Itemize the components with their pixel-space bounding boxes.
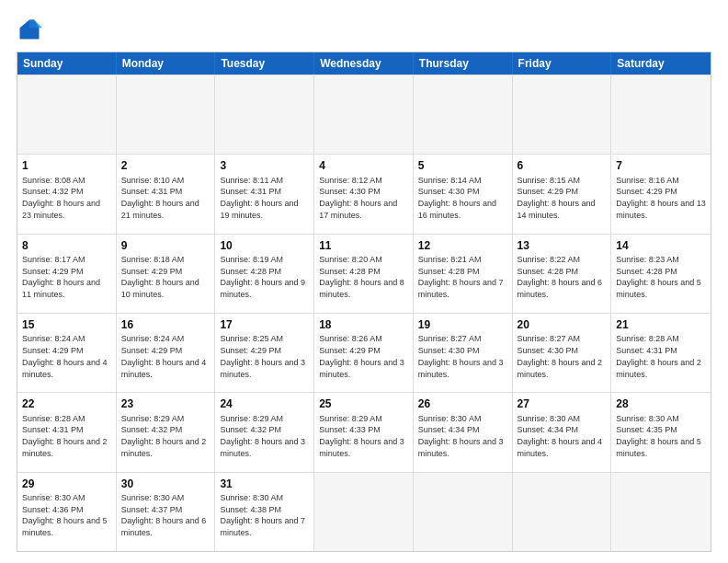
logo bbox=[17, 17, 46, 42]
sunrise-info: Sunrise: 8:15 AMSunset: 4:29 PMDaylight:… bbox=[518, 176, 596, 220]
calendar-cell: 19 Sunrise: 8:27 AMSunset: 4:30 PMDaylig… bbox=[414, 314, 513, 392]
day-number: 10 bbox=[220, 238, 309, 253]
sunrise-info: Sunrise: 8:30 AMSunset: 4:38 PMDaylight:… bbox=[220, 493, 305, 537]
calendar-cell: 8 Sunrise: 8:17 AMSunset: 4:29 PMDayligh… bbox=[17, 235, 117, 313]
day-number: 28 bbox=[616, 396, 706, 411]
calendar-cell: 13 Sunrise: 8:22 AMSunset: 4:28 PMDaylig… bbox=[513, 235, 612, 313]
day-number: 19 bbox=[418, 317, 507, 332]
header-day-tuesday: Tuesday bbox=[215, 52, 314, 75]
sunrise-info: Sunrise: 8:27 AMSunset: 4:30 PMDaylight:… bbox=[518, 334, 603, 378]
calendar-row-3: 15 Sunrise: 8:24 AMSunset: 4:29 PMDaylig… bbox=[17, 313, 711, 392]
calendar-cell: 16 Sunrise: 8:24 AMSunset: 4:29 PMDaylig… bbox=[117, 314, 216, 392]
calendar-cell bbox=[414, 75, 513, 154]
calendar-cell: 18 Sunrise: 8:26 AMSunset: 4:29 PMDaylig… bbox=[314, 314, 414, 392]
calendar-cell bbox=[414, 473, 513, 551]
day-number: 24 bbox=[220, 396, 309, 411]
calendar-cell bbox=[314, 75, 414, 154]
calendar-cell: 2 Sunrise: 8:10 AMSunset: 4:31 PMDayligh… bbox=[117, 155, 216, 233]
sunrise-info: Sunrise: 8:23 AMSunset: 4:28 PMDaylight:… bbox=[616, 255, 701, 299]
sunrise-info: Sunrise: 8:11 AMSunset: 4:31 PMDaylight:… bbox=[220, 176, 298, 220]
sunrise-info: Sunrise: 8:14 AMSunset: 4:30 PMDaylight:… bbox=[418, 176, 496, 220]
calendar-cell: 21 Sunrise: 8:28 AMSunset: 4:31 PMDaylig… bbox=[611, 314, 711, 392]
sunrise-info: Sunrise: 8:28 AMSunset: 4:31 PMDaylight:… bbox=[22, 414, 108, 458]
calendar-cell: 23 Sunrise: 8:29 AMSunset: 4:32 PMDaylig… bbox=[117, 393, 216, 471]
calendar-cell bbox=[314, 473, 414, 551]
day-number: 30 bbox=[121, 477, 210, 491]
day-number: 7 bbox=[616, 158, 706, 173]
calendar-cell bbox=[17, 75, 117, 154]
day-number: 20 bbox=[518, 317, 607, 332]
sunrise-info: Sunrise: 8:26 AMSunset: 4:29 PMDaylight:… bbox=[319, 334, 404, 378]
header-day-thursday: Thursday bbox=[414, 52, 513, 75]
calendar-cell: 12 Sunrise: 8:21 AMSunset: 4:28 PMDaylig… bbox=[414, 235, 513, 313]
day-number: 8 bbox=[22, 238, 111, 253]
calendar-body: 1 Sunrise: 8:08 AMSunset: 4:32 PMDayligh… bbox=[17, 75, 711, 551]
calendar-header: SundayMondayTuesdayWednesdayThursdayFrid… bbox=[17, 52, 711, 75]
calendar-cell: 27 Sunrise: 8:30 AMSunset: 4:34 PMDaylig… bbox=[513, 393, 612, 471]
sunrise-info: Sunrise: 8:18 AMSunset: 4:29 PMDaylight:… bbox=[121, 255, 199, 299]
sunrise-info: Sunrise: 8:08 AMSunset: 4:32 PMDaylight:… bbox=[22, 176, 100, 220]
logo-icon bbox=[17, 17, 42, 42]
day-number: 15 bbox=[22, 317, 111, 332]
day-number: 9 bbox=[121, 238, 210, 253]
calendar-cell: 22 Sunrise: 8:28 AMSunset: 4:31 PMDaylig… bbox=[17, 393, 117, 471]
day-number: 27 bbox=[518, 396, 607, 411]
calendar-cell: 4 Sunrise: 8:12 AMSunset: 4:30 PMDayligh… bbox=[314, 155, 414, 233]
sunrise-info: Sunrise: 8:30 AMSunset: 4:36 PMDaylight:… bbox=[22, 493, 108, 537]
calendar-row-4: 22 Sunrise: 8:28 AMSunset: 4:31 PMDaylig… bbox=[17, 392, 711, 471]
sunrise-info: Sunrise: 8:21 AMSunset: 4:28 PMDaylight:… bbox=[418, 255, 504, 299]
calendar-cell: 6 Sunrise: 8:15 AMSunset: 4:29 PMDayligh… bbox=[513, 155, 612, 233]
sunrise-info: Sunrise: 8:28 AMSunset: 4:31 PMDaylight:… bbox=[616, 334, 701, 378]
calendar-cell bbox=[215, 75, 314, 154]
calendar-cell: 14 Sunrise: 8:23 AMSunset: 4:28 PMDaylig… bbox=[611, 235, 711, 313]
day-number: 13 bbox=[518, 238, 607, 253]
sunrise-info: Sunrise: 8:22 AMSunset: 4:28 PMDaylight:… bbox=[518, 255, 603, 299]
calendar-cell: 25 Sunrise: 8:29 AMSunset: 4:33 PMDaylig… bbox=[314, 393, 414, 471]
sunrise-info: Sunrise: 8:24 AMSunset: 4:29 PMDaylight:… bbox=[121, 334, 207, 378]
day-number: 26 bbox=[418, 396, 507, 411]
sunrise-info: Sunrise: 8:17 AMSunset: 4:29 PMDaylight:… bbox=[22, 255, 100, 299]
day-number: 21 bbox=[616, 317, 706, 332]
calendar-cell: 28 Sunrise: 8:30 AMSunset: 4:35 PMDaylig… bbox=[611, 393, 711, 471]
day-number: 22 bbox=[22, 396, 111, 411]
calendar-cell: 20 Sunrise: 8:27 AMSunset: 4:30 PMDaylig… bbox=[513, 314, 612, 392]
sunrise-info: Sunrise: 8:29 AMSunset: 4:32 PMDaylight:… bbox=[220, 414, 305, 458]
calendar-cell: 3 Sunrise: 8:11 AMSunset: 4:31 PMDayligh… bbox=[215, 155, 314, 233]
day-number: 6 bbox=[518, 158, 607, 173]
calendar-cell: 26 Sunrise: 8:30 AMSunset: 4:34 PMDaylig… bbox=[414, 393, 513, 471]
day-number: 11 bbox=[319, 238, 408, 253]
header-day-monday: Monday bbox=[117, 52, 216, 75]
day-number: 1 bbox=[22, 158, 111, 173]
day-number: 4 bbox=[319, 158, 408, 173]
page-header bbox=[17, 17, 711, 42]
calendar-cell bbox=[611, 473, 711, 551]
calendar-cell bbox=[513, 75, 612, 154]
sunrise-info: Sunrise: 8:25 AMSunset: 4:29 PMDaylight:… bbox=[220, 334, 305, 378]
calendar-cell: 5 Sunrise: 8:14 AMSunset: 4:30 PMDayligh… bbox=[414, 155, 513, 233]
day-number: 31 bbox=[220, 477, 309, 491]
day-number: 23 bbox=[121, 396, 210, 411]
calendar-row-2: 8 Sunrise: 8:17 AMSunset: 4:29 PMDayligh… bbox=[17, 234, 711, 313]
sunrise-info: Sunrise: 8:27 AMSunset: 4:30 PMDaylight:… bbox=[418, 334, 504, 378]
sunrise-info: Sunrise: 8:30 AMSunset: 4:34 PMDaylight:… bbox=[518, 414, 603, 458]
calendar-cell bbox=[611, 75, 711, 154]
calendar-row-0 bbox=[17, 75, 711, 154]
calendar-cell: 11 Sunrise: 8:20 AMSunset: 4:28 PMDaylig… bbox=[314, 235, 414, 313]
day-number: 16 bbox=[121, 317, 210, 332]
calendar: SundayMondayTuesdayWednesdayThursdayFrid… bbox=[17, 52, 711, 552]
sunrise-info: Sunrise: 8:20 AMSunset: 4:28 PMDaylight:… bbox=[319, 255, 404, 299]
calendar-row-1: 1 Sunrise: 8:08 AMSunset: 4:32 PMDayligh… bbox=[17, 154, 711, 233]
sunrise-info: Sunrise: 8:30 AMSunset: 4:35 PMDaylight:… bbox=[616, 414, 701, 458]
calendar-cell: 10 Sunrise: 8:19 AMSunset: 4:28 PMDaylig… bbox=[215, 235, 314, 313]
calendar-cell: 17 Sunrise: 8:25 AMSunset: 4:29 PMDaylig… bbox=[215, 314, 314, 392]
day-number: 29 bbox=[22, 477, 111, 491]
header-day-friday: Friday bbox=[513, 52, 612, 75]
sunrise-info: Sunrise: 8:16 AMSunset: 4:29 PMDaylight:… bbox=[616, 176, 706, 220]
calendar-cell: 15 Sunrise: 8:24 AMSunset: 4:29 PMDaylig… bbox=[17, 314, 117, 392]
sunrise-info: Sunrise: 8:30 AMSunset: 4:37 PMDaylight:… bbox=[121, 493, 207, 537]
day-number: 2 bbox=[121, 158, 210, 173]
calendar-cell bbox=[513, 473, 612, 551]
calendar-page: SundayMondayTuesdayWednesdayThursdayFrid… bbox=[0, 0, 728, 563]
sunrise-info: Sunrise: 8:19 AMSunset: 4:28 PMDaylight:… bbox=[220, 255, 305, 299]
header-day-wednesday: Wednesday bbox=[314, 52, 414, 75]
